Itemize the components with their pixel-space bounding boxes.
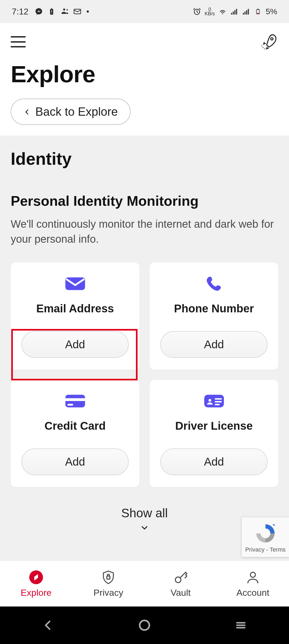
bottom-tab-bar: Explore Privacy Vault Account [0, 561, 289, 606]
status-right: 0 KB/s 5% [193, 7, 277, 16]
battery-percent: 5% [266, 7, 277, 16]
svg-point-14 [271, 38, 273, 40]
svg-marker-27 [272, 524, 275, 526]
svg-rect-7 [243, 13, 244, 14]
svg-point-17 [261, 46, 262, 46]
teams-icon [60, 8, 69, 16]
svg-point-23 [208, 399, 211, 402]
card-credit: Credit Card Add [11, 380, 139, 487]
pim-description: We'll continuously monitor the internet … [11, 216, 278, 246]
recaptcha-privacy[interactable]: Privacy [245, 546, 264, 553]
card-credit-title: Credit Card [44, 420, 106, 432]
person-icon [245, 570, 260, 585]
svg-point-16 [264, 48, 265, 49]
rocket-icon[interactable] [260, 32, 278, 51]
tab-vault[interactable]: Vault [144, 561, 217, 606]
content: Identity Personal Identity Monitoring We… [0, 136, 289, 561]
status-left: 7:12 [12, 7, 89, 17]
data-speed-unit: KB/s [205, 12, 215, 16]
svg-rect-6 [236, 9, 237, 14]
show-all-button[interactable]: Show all [11, 506, 278, 520]
add-phone-label: Add [204, 338, 224, 351]
svg-point-15 [263, 47, 263, 48]
signal-icon-2 [242, 8, 250, 16]
svg-point-33 [140, 620, 149, 630]
add-driver-label: Add [204, 455, 224, 468]
identity-title: Identity [11, 149, 278, 169]
svg-rect-5 [234, 10, 235, 14]
svg-rect-13 [257, 13, 259, 14]
page-title: Explore [11, 61, 278, 88]
svg-rect-18 [65, 277, 85, 290]
battery-alert-icon [48, 8, 56, 16]
tab-privacy-label: Privacy [93, 587, 123, 598]
svg-rect-20 [65, 398, 85, 401]
dot-icon [86, 8, 89, 16]
pim-title: Personal Identity Monitoring [11, 193, 278, 209]
svg-rect-26 [215, 404, 219, 405]
svg-rect-10 [248, 9, 249, 14]
svg-point-32 [250, 572, 256, 577]
alarm-icon [193, 8, 201, 16]
add-email-button[interactable]: Add [21, 331, 129, 358]
tab-account[interactable]: Account [217, 561, 289, 606]
tab-vault-label: Vault [171, 587, 191, 598]
recaptcha-terms[interactable]: Terms [270, 546, 286, 553]
card-phone: Phone Number Add [150, 263, 278, 370]
back-to-explore-button[interactable]: Back to Explore [11, 99, 131, 125]
svg-rect-3 [231, 13, 232, 14]
recaptcha-links: Privacy - Terms [245, 546, 286, 553]
outlook-icon [73, 8, 81, 16]
svg-rect-24 [215, 398, 222, 400]
back-label: Back to Explore [35, 105, 118, 118]
recaptcha-sep: - [265, 546, 270, 553]
svg-rect-25 [215, 401, 222, 402]
driver-license-icon [202, 392, 226, 410]
status-bar: 7:12 0 KB/s [0, 0, 289, 23]
svg-rect-9 [246, 10, 247, 14]
chevron-down-icon [11, 522, 278, 534]
card-driver-title: Driver License [175, 420, 253, 432]
data-speed-indicator: 0 KB/s [205, 7, 215, 16]
cards-grid: Email Address Add Phone Number Add Credi… [11, 263, 278, 487]
email-icon [63, 274, 87, 293]
tab-explore[interactable]: Explore [0, 561, 72, 606]
shield-lock-icon [101, 570, 116, 585]
tab-account-label: Account [237, 587, 269, 598]
key-icon [173, 570, 188, 585]
recaptcha-icon [254, 522, 277, 545]
credit-card-icon [63, 392, 87, 410]
card-email: Email Address Add [11, 263, 139, 370]
hamburger-menu-icon[interactable] [11, 36, 26, 47]
header-row [11, 31, 278, 53]
card-driver: Driver License Add [150, 380, 278, 487]
svg-rect-4 [233, 12, 234, 14]
add-credit-label: Add [65, 455, 85, 468]
phone-icon [202, 274, 226, 293]
show-all-label: Show all [121, 506, 168, 520]
svg-rect-21 [67, 404, 73, 406]
tab-privacy[interactable]: Privacy [72, 561, 144, 606]
wifi-icon [219, 8, 227, 16]
status-time: 7:12 [12, 7, 28, 17]
add-email-label: Add [65, 338, 85, 351]
add-driver-button[interactable]: Add [160, 448, 268, 475]
signal-icon-1 [230, 8, 238, 16]
nav-home-icon[interactable] [136, 617, 153, 633]
battery-empty-icon [254, 8, 262, 16]
app-header: Explore Back to Explore [0, 23, 289, 136]
recaptcha-badge[interactable]: Privacy - Terms [241, 517, 289, 557]
svg-rect-30 [107, 576, 110, 579]
nav-back-icon[interactable] [40, 617, 56, 633]
svg-point-1 [87, 10, 89, 13]
svg-rect-8 [244, 12, 245, 14]
add-credit-button[interactable]: Add [21, 448, 129, 475]
add-phone-button[interactable]: Add [160, 331, 268, 358]
tab-explore-label: Explore [21, 587, 51, 598]
screen: 7:12 0 KB/s [0, 0, 289, 644]
svg-rect-12 [257, 9, 259, 10]
system-nav-bar [0, 606, 289, 644]
nav-recents-icon[interactable] [233, 617, 249, 633]
messenger-icon [35, 8, 43, 16]
compass-icon [29, 570, 44, 585]
